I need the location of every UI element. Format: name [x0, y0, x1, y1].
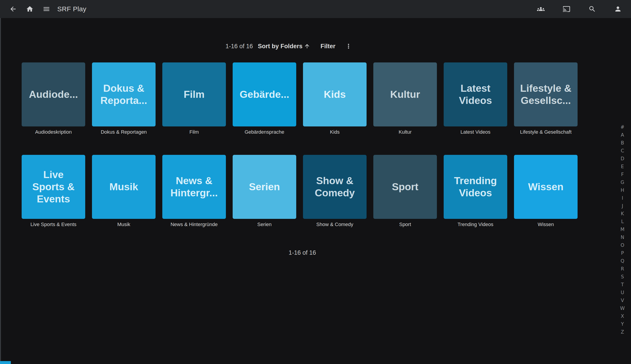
alphabet-letter[interactable]: Y — [621, 322, 624, 326]
tile-title: Live Sports & Events — [32, 168, 74, 205]
category-tile[interactable]: Gebärde... — [233, 62, 296, 126]
tile-title: Serien — [249, 181, 280, 193]
category-tile[interactable]: Dokus & Reporta... — [92, 62, 156, 126]
tile-title: Dokus & Reporta... — [100, 82, 147, 106]
alphabet-letter[interactable]: V — [621, 298, 624, 303]
alphabet-letter[interactable]: G — [621, 180, 624, 185]
alphabet-letter[interactable]: N — [621, 235, 624, 240]
alphabet-letter[interactable]: B — [621, 141, 624, 145]
overflow-menu-button[interactable] — [345, 42, 352, 50]
tile-caption: Dokus & Reportagen — [101, 129, 147, 135]
alphabet-letter[interactable]: R — [621, 267, 624, 271]
alphabet-letter[interactable]: W — [620, 306, 625, 311]
tile-caption: Sport — [399, 222, 411, 228]
category-tile[interactable]: Kids — [303, 62, 366, 126]
vertical-scrollbar-track[interactable] — [0, 18, 1, 364]
grid-cell: Lifestyle & Gesellsc... Lifestyle & Gese… — [514, 62, 578, 135]
tile-caption: Musik — [117, 222, 130, 228]
tile-title: Sport — [392, 181, 418, 193]
shared-devices-button[interactable] — [537, 5, 545, 13]
groups-icon — [537, 5, 545, 13]
alphabet-letter[interactable]: J — [622, 204, 623, 208]
grid-cell: Trending Videos Trending Videos — [444, 155, 507, 228]
tile-caption: Latest Videos — [460, 129, 490, 135]
alphabet-letter[interactable]: K — [621, 212, 624, 216]
tile-title: Show & Comedy — [315, 175, 355, 199]
grid-cell: Sport Sport — [373, 155, 437, 228]
tile-caption: Show & Comedy — [316, 222, 353, 228]
category-tile[interactable]: Sport — [373, 155, 437, 219]
grid-cell: Kids Kids — [303, 62, 366, 135]
grid-cell: Latest Videos Latest Videos — [444, 62, 507, 135]
menu-button[interactable] — [42, 5, 50, 13]
alphabet-letter[interactable]: D — [621, 156, 624, 161]
arrow-upward-icon — [304, 43, 310, 49]
category-tile[interactable]: Latest Videos — [444, 62, 507, 126]
category-grid: Audiode... Audiodeskription Dokus & Repo… — [22, 62, 578, 228]
person-icon — [614, 5, 622, 13]
grid-cell: Kultur Kultur — [373, 62, 437, 135]
tile-title: Audiode... — [29, 88, 78, 100]
tile-caption: Live Sports & Events — [30, 222, 76, 228]
scroll-progress-indicator — [0, 361, 11, 364]
tile-title: Musik — [109, 181, 138, 193]
page-title: SRF Play — [57, 5, 86, 13]
category-tile[interactable]: Film — [162, 62, 226, 126]
grid-cell: Live Sports & Events Live Sports & Event… — [22, 155, 85, 228]
category-tile[interactable]: News & Hintergr... — [162, 155, 226, 219]
alphabet-letter[interactable]: U — [621, 290, 624, 295]
tile-caption: News & Hintergründe — [170, 222, 218, 228]
tile-title: Film — [184, 88, 205, 100]
profile-button[interactable] — [614, 5, 622, 13]
alphabet-letter[interactable]: E — [621, 164, 624, 169]
tile-title: News & Hintergr... — [170, 175, 218, 199]
home-icon — [26, 5, 34, 13]
alphabet-letter[interactable]: Z — [621, 330, 624, 334]
grid-cell: Wissen Wissen — [514, 155, 578, 228]
cast-button[interactable] — [562, 5, 570, 13]
category-tile[interactable]: Kultur — [373, 62, 437, 126]
grid-cell: Musik Musik — [92, 155, 156, 228]
category-tile[interactable]: Show & Comedy — [303, 155, 366, 219]
alphabet-letter[interactable]: O — [621, 243, 624, 248]
filter-button[interactable]: Filter — [320, 43, 336, 50]
sort-button[interactable]: Sort by Folders — [258, 43, 310, 50]
alphabet-letter[interactable]: I — [622, 196, 623, 200]
grid-cell: Audiode... Audiodeskription — [22, 62, 85, 135]
alphabet-letter[interactable]: M — [620, 227, 624, 232]
category-tile[interactable]: Audiode... — [22, 62, 85, 126]
cast-icon — [563, 5, 570, 13]
alphabet-letter[interactable]: H — [621, 188, 624, 193]
list-header: 1-16 of 16 Sort by Folders Filter — [0, 41, 578, 52]
alphabet-letter[interactable]: S — [621, 274, 624, 279]
category-tile[interactable]: Wissen — [514, 155, 578, 219]
home-button[interactable] — [26, 5, 34, 13]
category-tile[interactable]: Musik — [92, 155, 156, 219]
tile-caption: Audiodeskription — [35, 129, 72, 135]
grid-cell: Dokus & Reporta... Dokus & Reportagen — [92, 62, 156, 135]
alphabet-letter[interactable]: L — [621, 219, 624, 224]
tile-title: Latest Videos — [459, 82, 492, 106]
alphabet-letter[interactable]: A — [621, 133, 624, 138]
search-button[interactable] — [588, 5, 596, 13]
alphabet-letter[interactable]: C — [621, 148, 624, 153]
footer-item-count: 1-16 of 16 — [0, 249, 604, 256]
alphabet-letter[interactable]: X — [621, 314, 624, 319]
alphabet-letter[interactable]: F — [621, 172, 624, 177]
category-tile[interactable]: Trending Videos — [444, 155, 507, 219]
category-tile[interactable]: Lifestyle & Gesellsc... — [514, 62, 578, 126]
tile-caption: Kids — [330, 129, 340, 135]
arrow-back-icon — [9, 5, 17, 13]
sort-label: Sort by Folders — [258, 43, 302, 50]
alphabet-letter[interactable]: # — [620, 125, 624, 130]
tile-caption: Gebärdensprache — [244, 129, 284, 135]
hamburger-menu-icon — [42, 5, 50, 13]
alphabet-letter[interactable]: P — [621, 251, 624, 256]
category-tile[interactable]: Live Sports & Events — [22, 155, 85, 219]
alphabet-letter[interactable]: Q — [621, 259, 624, 264]
back-button[interactable] — [9, 5, 17, 13]
category-tile[interactable]: Serien — [233, 155, 296, 219]
alphabet-letter[interactable]: T — [621, 282, 624, 287]
tile-caption: Wissen — [538, 222, 554, 228]
alphabet-index: #ABCDEFGHIJKLMNOPQRSTUVWXYZ — [619, 125, 626, 334]
